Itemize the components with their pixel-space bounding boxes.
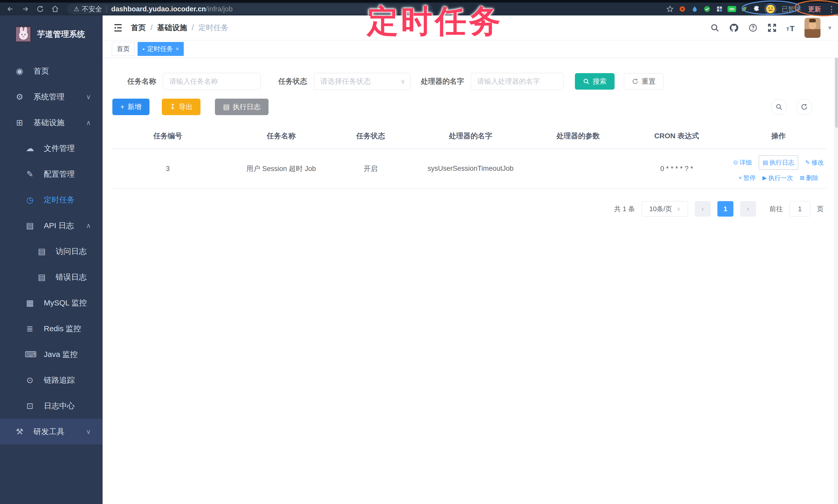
forward-icon[interactable] (20, 3, 31, 15)
security-label[interactable]: 不安全 (82, 5, 102, 14)
extension-drop-icon[interactable] (690, 5, 699, 13)
eye-icon: ⊙ (25, 375, 35, 385)
run-once-link[interactable]: ▶ 执行一次 (763, 174, 793, 182)
add-button[interactable]: + 新增 (112, 98, 150, 115)
sidebar-item-error-log[interactable]: ▤ 错误日志 (0, 264, 102, 290)
url-host: dashboard.yudao.iocoder.cn (111, 5, 206, 13)
edit-link-label: 修改 (811, 158, 824, 167)
update-button[interactable]: 更新 (808, 5, 821, 13)
sidebar-item-scheduled-jobs[interactable]: ◷ 定时任务 (0, 187, 102, 213)
breadcrumb-home[interactable]: 首页 (131, 23, 146, 33)
extension-on-badge[interactable]: on (728, 6, 736, 12)
address-bar[interactable]: ⚠ 不安全 dashboard.yudao.iocoder.cn /infra/… (67, 4, 433, 14)
execution-log-button[interactable]: ▤ 执行日志 (215, 98, 268, 115)
goto-page-input[interactable] (789, 201, 810, 217)
font-size-icon[interactable]: TT (785, 22, 797, 34)
detail-link[interactable]: ⊙ 详细 (733, 158, 752, 167)
extension-puzzle-icon[interactable] (752, 5, 761, 13)
col-job-id: 任务编号 (112, 124, 223, 149)
sidebar-item-home[interactable]: ◉ 首页 (0, 58, 102, 84)
trash-icon: ⊠ (800, 175, 804, 181)
edit-link[interactable]: ✎ 修改 (805, 158, 824, 167)
sidebar-item-dev-tools[interactable]: ⚒ 研发工具 ∨ (0, 419, 102, 445)
sidebar-item-label: 研发工具 (34, 427, 65, 437)
cell-handler-name: sysUserSessionTimeoutJob (402, 149, 539, 188)
extension-grid-icon[interactable] (715, 5, 724, 13)
extension-orange-icon[interactable] (678, 5, 687, 13)
back-icon[interactable] (5, 3, 16, 15)
x-icon: × (738, 175, 742, 181)
job-status-select[interactable]: 请选择任务状态 ∨ (314, 73, 411, 90)
log-icon: ▤ (763, 159, 768, 166)
profile-avatar-emoji[interactable] (765, 3, 776, 15)
svg-text:T: T (786, 26, 789, 32)
pause-link[interactable]: × 暂停 (738, 174, 756, 182)
page-1-button[interactable]: 1 (717, 201, 733, 217)
page-size-value: 10条/页 (649, 204, 672, 214)
home-icon[interactable] (50, 3, 61, 15)
sidebar-item-tracing[interactable]: ⊙ 链路追踪 (0, 367, 102, 393)
delete-link[interactable]: ⊠ 删除 (800, 174, 818, 182)
svg-text:T: T (790, 24, 795, 33)
extension-leaf-icon[interactable] (740, 5, 749, 13)
close-icon[interactable]: × (175, 46, 179, 52)
reset-button[interactable]: 重置 (624, 73, 664, 90)
search-button[interactable]: 搜索 (575, 73, 615, 90)
profile-paused-label: 已暂停 (782, 5, 801, 13)
refresh-button[interactable] (796, 99, 812, 115)
sidebar-item-label: 基础设施 (34, 118, 65, 128)
tab-home[interactable]: 首页 (112, 42, 135, 56)
sidebar-item-mysql-monitor[interactable]: ▦ MySQL 监控 (0, 290, 102, 316)
help-icon[interactable] (747, 22, 758, 34)
cell-job-status: 开启 (339, 149, 402, 188)
cell-handler-param (539, 149, 617, 188)
cell-job-id: 3 (112, 149, 223, 188)
browser-menu-icon[interactable]: ⋮ (828, 5, 835, 14)
next-page-button[interactable]: › (740, 201, 756, 217)
omnibox-divider (106, 5, 107, 13)
sidebar-menu: ◉ 首页 ⚙ 系统管理 ∨ ⊞ 基础设施 ∧ ☁ 文件管理 ✎ 配置管理 (0, 58, 102, 445)
goto-label: 前往 (769, 204, 783, 214)
toggle-search-button[interactable] (771, 99, 787, 115)
breadcrumb-section[interactable]: 基础设施 (157, 23, 187, 33)
download-icon: ↧ (170, 103, 176, 111)
sidebar-item-system[interactable]: ⚙ 系统管理 ∨ (0, 84, 102, 110)
handler-name-input[interactable] (471, 73, 563, 90)
export-button[interactable]: ↧ 导出 (162, 98, 201, 115)
job-name-input[interactable] (163, 73, 261, 90)
sidebar-item-redis-monitor[interactable]: ≣ Redis 监控 (0, 316, 102, 342)
sidebar-item-access-log[interactable]: ▤ 访问日志 (0, 238, 102, 264)
sidebar-item-label: 定时任务 (44, 195, 75, 205)
tab-scheduled-jobs[interactable]: ● 定时任务 × (138, 42, 184, 56)
fullscreen-icon[interactable] (766, 22, 778, 34)
sidebar-item-label: 文件管理 (44, 143, 75, 154)
github-icon[interactable] (728, 22, 739, 34)
sidebar-item-log-center[interactable]: ⊡ 日志中心 (0, 393, 102, 419)
sidebar-item-java-monitor[interactable]: ⌨ Java 监控 (0, 342, 102, 367)
sidebar-item-config-manage[interactable]: ✎ 配置管理 (0, 161, 102, 187)
pause-link-label: 暂停 (744, 174, 756, 182)
sidebar-item-file-manage[interactable]: ☁ 文件管理 (0, 136, 102, 161)
sidebar-toggle-icon[interactable] (112, 22, 124, 34)
col-operations: 操作 (736, 124, 821, 149)
extension-check-icon[interactable] (703, 5, 712, 13)
chevron-down-icon: ∨ (86, 93, 91, 101)
user-avatar[interactable] (804, 18, 820, 38)
job-status-placeholder: 请选择任务状态 (320, 76, 371, 86)
app-title: 芋道管理系统 (37, 29, 85, 40)
breadcrumb-separator: / (151, 23, 153, 32)
breadcrumb: 首页 / 基础设施 / 定时任务 (131, 23, 228, 33)
infrastructure-icon: ⊞ (14, 118, 25, 127)
page-scrollbar[interactable] (834, 15, 838, 504)
sidebar-item-api-log[interactable]: ▤ API 日志 ∧ (0, 213, 102, 238)
sidebar-item-infra[interactable]: ⊞ 基础设施 ∧ (0, 110, 102, 136)
app-logo-row[interactable]: 芋道管理系统 (0, 15, 102, 49)
reload-icon[interactable] (35, 3, 46, 15)
user-menu-caret-icon[interactable]: ▾ (828, 24, 831, 32)
bookmark-star-icon[interactable] (666, 5, 674, 13)
job-log-link[interactable]: ▤ 执行日志 (758, 155, 799, 170)
eye-icon: ⊙ (733, 159, 738, 166)
prev-page-button[interactable]: ‹ (695, 201, 711, 217)
page-size-select[interactable]: 10条/页 ∨ (642, 201, 688, 217)
search-icon[interactable] (709, 22, 720, 34)
